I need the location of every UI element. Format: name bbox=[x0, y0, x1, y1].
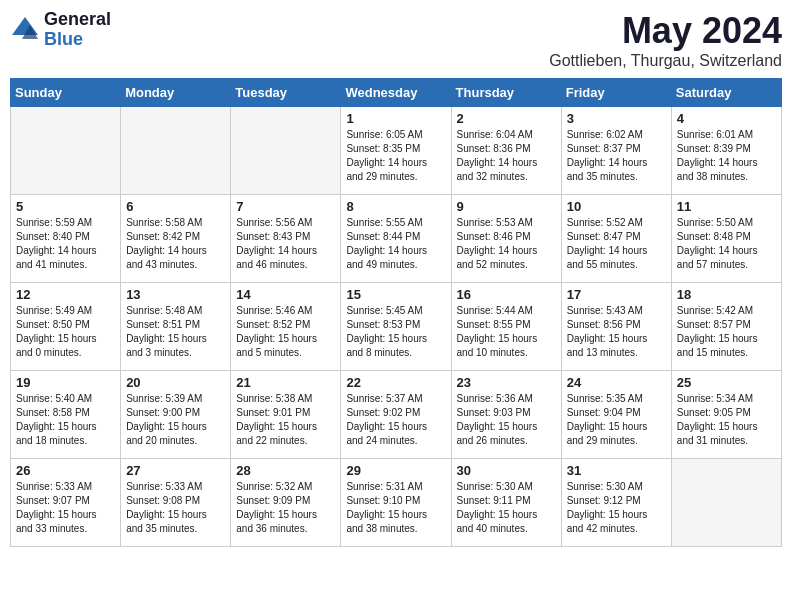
day-info: Sunrise: 5:34 AM Sunset: 9:05 PM Dayligh… bbox=[677, 392, 776, 448]
day-number: 18 bbox=[677, 287, 776, 302]
week-row-4: 19Sunrise: 5:40 AM Sunset: 8:58 PM Dayli… bbox=[11, 371, 782, 459]
day-cell: 28Sunrise: 5:32 AM Sunset: 9:09 PM Dayli… bbox=[231, 459, 341, 547]
day-cell: 23Sunrise: 5:36 AM Sunset: 9:03 PM Dayli… bbox=[451, 371, 561, 459]
day-number: 15 bbox=[346, 287, 445, 302]
day-cell: 12Sunrise: 5:49 AM Sunset: 8:50 PM Dayli… bbox=[11, 283, 121, 371]
day-number: 8 bbox=[346, 199, 445, 214]
day-info: Sunrise: 6:02 AM Sunset: 8:37 PM Dayligh… bbox=[567, 128, 666, 184]
day-cell: 14Sunrise: 5:46 AM Sunset: 8:52 PM Dayli… bbox=[231, 283, 341, 371]
day-number: 5 bbox=[16, 199, 115, 214]
calendar-table: SundayMondayTuesdayWednesdayThursdayFrid… bbox=[10, 78, 782, 547]
day-cell: 10Sunrise: 5:52 AM Sunset: 8:47 PM Dayli… bbox=[561, 195, 671, 283]
location: Gottlieben, Thurgau, Switzerland bbox=[549, 52, 782, 70]
day-cell bbox=[671, 459, 781, 547]
day-number: 3 bbox=[567, 111, 666, 126]
day-info: Sunrise: 5:30 AM Sunset: 9:11 PM Dayligh… bbox=[457, 480, 556, 536]
day-cell: 27Sunrise: 5:33 AM Sunset: 9:08 PM Dayli… bbox=[121, 459, 231, 547]
day-info: Sunrise: 5:45 AM Sunset: 8:53 PM Dayligh… bbox=[346, 304, 445, 360]
day-number: 29 bbox=[346, 463, 445, 478]
day-cell: 29Sunrise: 5:31 AM Sunset: 9:10 PM Dayli… bbox=[341, 459, 451, 547]
day-cell: 2Sunrise: 6:04 AM Sunset: 8:36 PM Daylig… bbox=[451, 107, 561, 195]
day-cell: 6Sunrise: 5:58 AM Sunset: 8:42 PM Daylig… bbox=[121, 195, 231, 283]
day-number: 21 bbox=[236, 375, 335, 390]
day-cell: 8Sunrise: 5:55 AM Sunset: 8:44 PM Daylig… bbox=[341, 195, 451, 283]
day-cell: 16Sunrise: 5:44 AM Sunset: 8:55 PM Dayli… bbox=[451, 283, 561, 371]
day-header-sunday: Sunday bbox=[11, 79, 121, 107]
day-cell bbox=[231, 107, 341, 195]
day-number: 1 bbox=[346, 111, 445, 126]
day-info: Sunrise: 5:39 AM Sunset: 9:00 PM Dayligh… bbox=[126, 392, 225, 448]
day-cell: 7Sunrise: 5:56 AM Sunset: 8:43 PM Daylig… bbox=[231, 195, 341, 283]
day-info: Sunrise: 5:46 AM Sunset: 8:52 PM Dayligh… bbox=[236, 304, 335, 360]
day-number: 27 bbox=[126, 463, 225, 478]
day-number: 2 bbox=[457, 111, 556, 126]
day-number: 19 bbox=[16, 375, 115, 390]
day-header-thursday: Thursday bbox=[451, 79, 561, 107]
logo-general-text: General bbox=[44, 10, 111, 30]
day-cell: 17Sunrise: 5:43 AM Sunset: 8:56 PM Dayli… bbox=[561, 283, 671, 371]
day-info: Sunrise: 5:42 AM Sunset: 8:57 PM Dayligh… bbox=[677, 304, 776, 360]
day-info: Sunrise: 5:43 AM Sunset: 8:56 PM Dayligh… bbox=[567, 304, 666, 360]
day-cell: 18Sunrise: 5:42 AM Sunset: 8:57 PM Dayli… bbox=[671, 283, 781, 371]
day-cell: 9Sunrise: 5:53 AM Sunset: 8:46 PM Daylig… bbox=[451, 195, 561, 283]
day-number: 31 bbox=[567, 463, 666, 478]
day-info: Sunrise: 5:49 AM Sunset: 8:50 PM Dayligh… bbox=[16, 304, 115, 360]
day-info: Sunrise: 5:30 AM Sunset: 9:12 PM Dayligh… bbox=[567, 480, 666, 536]
day-cell: 24Sunrise: 5:35 AM Sunset: 9:04 PM Dayli… bbox=[561, 371, 671, 459]
day-info: Sunrise: 5:31 AM Sunset: 9:10 PM Dayligh… bbox=[346, 480, 445, 536]
day-number: 16 bbox=[457, 287, 556, 302]
day-number: 26 bbox=[16, 463, 115, 478]
week-row-3: 12Sunrise: 5:49 AM Sunset: 8:50 PM Dayli… bbox=[11, 283, 782, 371]
day-info: Sunrise: 5:44 AM Sunset: 8:55 PM Dayligh… bbox=[457, 304, 556, 360]
day-info: Sunrise: 6:04 AM Sunset: 8:36 PM Dayligh… bbox=[457, 128, 556, 184]
day-info: Sunrise: 5:56 AM Sunset: 8:43 PM Dayligh… bbox=[236, 216, 335, 272]
logo-icon bbox=[10, 15, 40, 45]
day-info: Sunrise: 5:50 AM Sunset: 8:48 PM Dayligh… bbox=[677, 216, 776, 272]
day-number: 12 bbox=[16, 287, 115, 302]
day-cell: 22Sunrise: 5:37 AM Sunset: 9:02 PM Dayli… bbox=[341, 371, 451, 459]
day-cell bbox=[11, 107, 121, 195]
day-info: Sunrise: 5:33 AM Sunset: 9:08 PM Dayligh… bbox=[126, 480, 225, 536]
day-cell: 15Sunrise: 5:45 AM Sunset: 8:53 PM Dayli… bbox=[341, 283, 451, 371]
day-header-friday: Friday bbox=[561, 79, 671, 107]
day-number: 30 bbox=[457, 463, 556, 478]
day-number: 4 bbox=[677, 111, 776, 126]
day-info: Sunrise: 5:52 AM Sunset: 8:47 PM Dayligh… bbox=[567, 216, 666, 272]
week-row-5: 26Sunrise: 5:33 AM Sunset: 9:07 PM Dayli… bbox=[11, 459, 782, 547]
day-cell: 31Sunrise: 5:30 AM Sunset: 9:12 PM Dayli… bbox=[561, 459, 671, 547]
day-cell: 25Sunrise: 5:34 AM Sunset: 9:05 PM Dayli… bbox=[671, 371, 781, 459]
day-header-saturday: Saturday bbox=[671, 79, 781, 107]
day-info: Sunrise: 5:53 AM Sunset: 8:46 PM Dayligh… bbox=[457, 216, 556, 272]
day-info: Sunrise: 6:05 AM Sunset: 8:35 PM Dayligh… bbox=[346, 128, 445, 184]
day-info: Sunrise: 5:55 AM Sunset: 8:44 PM Dayligh… bbox=[346, 216, 445, 272]
day-cell: 5Sunrise: 5:59 AM Sunset: 8:40 PM Daylig… bbox=[11, 195, 121, 283]
day-header-wednesday: Wednesday bbox=[341, 79, 451, 107]
day-number: 7 bbox=[236, 199, 335, 214]
day-info: Sunrise: 5:36 AM Sunset: 9:03 PM Dayligh… bbox=[457, 392, 556, 448]
day-cell bbox=[121, 107, 231, 195]
page-header: General Blue May 2024 Gottlieben, Thurga… bbox=[10, 10, 782, 70]
day-number: 28 bbox=[236, 463, 335, 478]
day-number: 11 bbox=[677, 199, 776, 214]
day-number: 9 bbox=[457, 199, 556, 214]
day-header-tuesday: Tuesday bbox=[231, 79, 341, 107]
day-cell: 3Sunrise: 6:02 AM Sunset: 8:37 PM Daylig… bbox=[561, 107, 671, 195]
day-number: 25 bbox=[677, 375, 776, 390]
day-cell: 4Sunrise: 6:01 AM Sunset: 8:39 PM Daylig… bbox=[671, 107, 781, 195]
day-number: 14 bbox=[236, 287, 335, 302]
month-title: May 2024 bbox=[549, 10, 782, 52]
day-cell: 11Sunrise: 5:50 AM Sunset: 8:48 PM Dayli… bbox=[671, 195, 781, 283]
day-number: 10 bbox=[567, 199, 666, 214]
day-number: 20 bbox=[126, 375, 225, 390]
day-number: 17 bbox=[567, 287, 666, 302]
day-info: Sunrise: 5:48 AM Sunset: 8:51 PM Dayligh… bbox=[126, 304, 225, 360]
week-row-2: 5Sunrise: 5:59 AM Sunset: 8:40 PM Daylig… bbox=[11, 195, 782, 283]
day-info: Sunrise: 6:01 AM Sunset: 8:39 PM Dayligh… bbox=[677, 128, 776, 184]
logo-blue-text: Blue bbox=[44, 30, 111, 50]
day-info: Sunrise: 5:59 AM Sunset: 8:40 PM Dayligh… bbox=[16, 216, 115, 272]
day-cell: 1Sunrise: 6:05 AM Sunset: 8:35 PM Daylig… bbox=[341, 107, 451, 195]
day-number: 13 bbox=[126, 287, 225, 302]
day-info: Sunrise: 5:38 AM Sunset: 9:01 PM Dayligh… bbox=[236, 392, 335, 448]
logo: General Blue bbox=[10, 10, 111, 50]
day-info: Sunrise: 5:37 AM Sunset: 9:02 PM Dayligh… bbox=[346, 392, 445, 448]
